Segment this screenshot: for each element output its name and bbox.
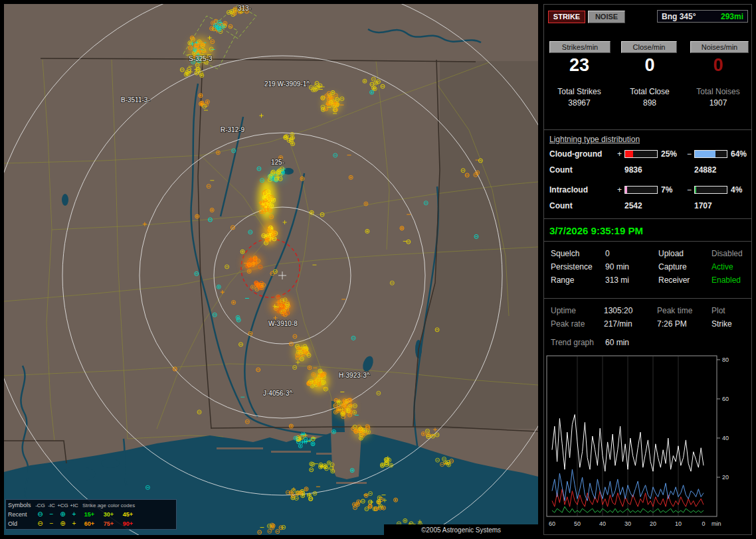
cloud-ground-negative-pct: 64% xyxy=(731,149,747,159)
x-axis-tick-label: 50 xyxy=(574,520,581,527)
uptime-label: Uptime xyxy=(551,305,576,317)
x-axis-tick-label: 10 xyxy=(675,520,682,527)
age-90: 90+ xyxy=(118,519,138,528)
total-close-value: 898 xyxy=(614,98,685,108)
peak-rate-label: Peak rate xyxy=(551,318,585,330)
close-per-min-button[interactable]: Close/min xyxy=(621,41,677,53)
legend-old-label: Old xyxy=(8,519,35,528)
bearing-range: 293mi xyxy=(721,11,743,22)
total-noises-label: Total Noises xyxy=(685,87,751,96)
divider xyxy=(544,241,751,242)
ic-plus-old-symbol: + xyxy=(68,519,80,528)
upload-status: Disabled xyxy=(711,248,743,260)
stats-row: Peak rate 217/min 7:26 PM Strike xyxy=(544,318,751,330)
storm-label: R-312-9 xyxy=(221,126,245,133)
copyright-text: ©2005 Astrogenic Systems xyxy=(421,526,501,534)
age-60: 60+ xyxy=(80,519,99,528)
squelch-value: 0 xyxy=(605,248,610,260)
storm-label: 313- xyxy=(238,5,251,12)
capture-label: Capture xyxy=(658,261,687,273)
peak-time-value: 7:26 PM xyxy=(657,318,687,330)
storm-label: B-3511-3- xyxy=(121,96,150,104)
lightning-map[interactable]: 313-S-325-3219 W-3909-1^B-3511-3-R-312-9… xyxy=(4,4,538,535)
persistence-value: 90 min xyxy=(605,261,629,273)
legend-header-row: Symbols-CG-IC+CG+ICStrike age color code… xyxy=(8,501,174,510)
plus-sign: + xyxy=(617,185,622,194)
map-legend: Symbols-CG-IC+CG+ICStrike age color code… xyxy=(5,499,177,530)
plot-value: Strike xyxy=(711,318,732,330)
app-window: 313-S-325-3219 W-3909-1^B-3511-3-R-312-9… xyxy=(0,0,756,539)
peak-rate-value: 217/min xyxy=(604,318,632,330)
divider xyxy=(544,218,751,219)
minus-sign: − xyxy=(687,149,692,159)
x-axis-tick-label: 30 xyxy=(624,520,631,527)
plot-label: Plot xyxy=(711,305,725,317)
receiver-label: Receiver xyxy=(658,274,690,286)
legend-recent-label: Recent xyxy=(8,510,35,519)
range-label: Range xyxy=(551,274,574,286)
receiver-status: Enabled xyxy=(711,274,741,286)
age-30: 30+ xyxy=(99,510,118,519)
squelch-label: Squelch xyxy=(551,248,579,260)
control-panel: STRIKE NOISE Bng 345° 293mi Strikes/min … xyxy=(543,4,752,535)
peak-time-label: Peak time xyxy=(657,305,692,317)
cloud-ground-positive-bar xyxy=(624,150,658,158)
y-axis-tick-label: 80 xyxy=(722,356,729,363)
range-value: 313 mi xyxy=(605,274,629,286)
cloud-ground-count-row: Count 9836 24882 xyxy=(544,165,751,175)
y-axis-tick-label: 40 xyxy=(722,435,729,441)
ic-plus-recent-symbol: + xyxy=(68,510,80,519)
x-axis-tick-label: 60 xyxy=(549,520,555,527)
distribution-title: Lightning type distribution xyxy=(549,135,640,144)
total-close-label: Total Close xyxy=(614,87,685,96)
strikes-per-min-button[interactable]: Strikes/min xyxy=(549,41,611,53)
divider xyxy=(544,298,751,299)
bearing-box: Bng 345° 293mi xyxy=(657,10,748,23)
uptime-value: 1305:20 xyxy=(604,305,632,317)
total-strikes-label: Total Strikes xyxy=(544,87,614,96)
cg-plus-old-symbol: ⊕ xyxy=(57,519,68,528)
legend-col-ic-minus: -IC xyxy=(46,501,57,510)
x-axis-unit-label: min xyxy=(711,520,721,527)
ic-minus-old-symbol: − xyxy=(46,519,57,528)
storm-label: 125- xyxy=(271,159,284,166)
storm-label: J-4056-3^ xyxy=(263,390,292,397)
cg-minus-old-symbol: ⊖ xyxy=(35,519,46,528)
strikes-per-min-value: 23 xyxy=(544,54,614,76)
upload-label: Upload xyxy=(658,248,684,260)
intracloud-negative-bar xyxy=(694,186,727,194)
trend-window-value: 60 min xyxy=(605,337,629,348)
cloud-ground-negative-bar xyxy=(694,150,727,158)
intracloud-row: Intracloud + 7% − 4% xyxy=(544,185,751,194)
map-area[interactable]: 313-S-325-3219 W-3909-1^B-3511-3-R-312-9… xyxy=(4,4,538,535)
cloud-ground-label: Cloud-ground xyxy=(549,149,602,159)
legend-col-cg-minus: -CG xyxy=(35,501,46,510)
legend-recent-row: Recent⊖−⊕+15+30+45+ xyxy=(8,510,174,519)
strike-toggle-button[interactable]: STRIKE xyxy=(548,11,585,23)
legend-age-title: Strike age color codes xyxy=(82,501,135,510)
x-axis-tick-label: 40 xyxy=(599,520,606,527)
ic-minus-recent-symbol: − xyxy=(46,510,57,519)
plus-sign: + xyxy=(617,149,622,159)
intracloud-positive-bar xyxy=(624,186,658,194)
storm-label: W-3910-8 xyxy=(268,320,298,327)
noises-per-min-value: 0 xyxy=(685,54,751,76)
storm-label: 219 W-3909-1^ xyxy=(264,80,310,88)
cg-plus-recent-symbol: ⊕ xyxy=(57,510,68,519)
persistence-label: Persistence xyxy=(551,261,593,273)
x-axis-tick-label: 20 xyxy=(650,520,656,527)
capture-status: Active xyxy=(711,261,733,273)
count-label: Count xyxy=(549,201,573,210)
noise-toggle-button[interactable]: NOISE xyxy=(588,11,625,23)
age-15: 15+ xyxy=(80,510,99,519)
trend-graph-label: Trend graph xyxy=(551,337,594,348)
intracloud-label: Intracloud xyxy=(549,185,588,194)
intracloud-positive-count: 2542 xyxy=(624,201,642,210)
y-axis-tick-label: 60 xyxy=(722,396,729,402)
x-axis-tick-label: 0 xyxy=(702,520,705,527)
settings-row: Range 313 mi Receiver Enabled xyxy=(544,274,751,286)
cloud-ground-positive-pct: 25% xyxy=(661,149,677,159)
noises-per-min-button[interactable]: Noises/min xyxy=(690,41,749,53)
copyright: ©2005 Astrogenic Systems xyxy=(384,524,538,535)
total-noises-value: 1907 xyxy=(685,98,751,108)
